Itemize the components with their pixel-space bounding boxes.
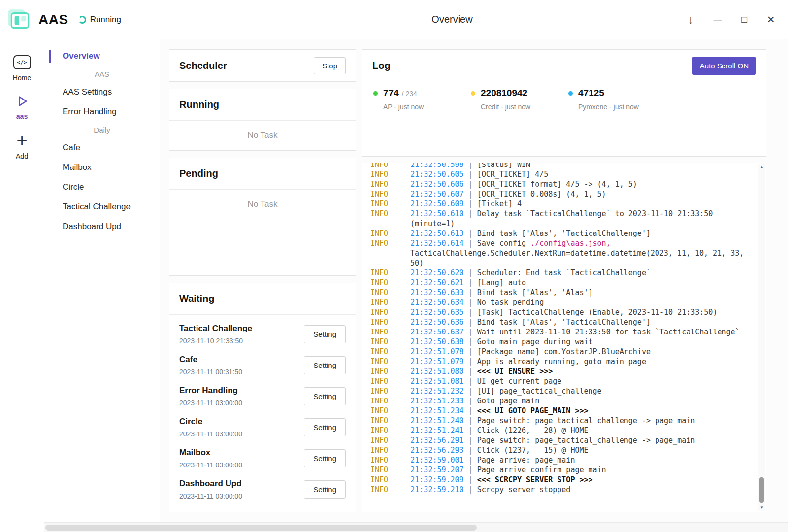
update-button[interactable]: ↓ xyxy=(678,8,704,31)
log-line: INFO 21:32:51.079 | App is already runni… xyxy=(370,357,746,366)
iconbar-item-home[interactable]: </>Home xyxy=(0,49,44,89)
stat-pyroxene: 47125Pyroxene - just now xyxy=(568,88,666,111)
task-setting-button[interactable]: Setting xyxy=(304,325,346,343)
log-line: INFO 21:32:50.620 | Scheduler: End task … xyxy=(370,268,746,278)
horizontal-scrollbar-thumb[interactable] xyxy=(45,525,477,531)
log-line: INFO 21:32:56.293 | Click (1237, 15) @ H… xyxy=(370,445,746,455)
sidebar-item-cafe[interactable]: Cafe xyxy=(44,138,160,158)
log-line: INFO 21:32:51.234 | <<< UI GOTO PAGE_MAI… xyxy=(370,406,746,416)
close-button[interactable]: × xyxy=(757,8,784,31)
sidebar-item-dashboard-upd[interactable]: Dashboard Upd xyxy=(44,217,160,236)
waiting-title: Waiting xyxy=(179,293,214,304)
task-name: Error Handling xyxy=(179,386,242,396)
log-scrollbar[interactable]: ▲ ▼ xyxy=(758,164,765,511)
log-separator: | xyxy=(464,436,477,445)
log-time: 21:32:50.605 xyxy=(410,170,463,179)
log-level: INFO xyxy=(370,180,410,189)
log-line: INFO 21:32:51.233 | Goto page_main xyxy=(370,396,746,406)
log-line: INFO 21:32:50.637 | Wait until 2023-11-1… xyxy=(370,327,746,337)
task-setting-button[interactable]: Setting xyxy=(304,449,346,467)
waiting-task-row: Circle2023-11-11 03:00:00Setting xyxy=(179,412,346,443)
log-message: [UI] page_tactical_challenge xyxy=(477,387,602,396)
log-time: 21:32:51.078 xyxy=(410,347,463,356)
iconbar-item-aas[interactable]: aas xyxy=(0,89,44,127)
log-level: INFO xyxy=(370,209,410,218)
log-level: INFO xyxy=(370,298,410,307)
log-message: Scrcpy server stopped xyxy=(477,485,571,494)
stop-button[interactable]: Stop xyxy=(314,57,346,74)
log-separator: | xyxy=(464,377,477,386)
sidebar-item-error-handling[interactable]: Error Handling xyxy=(44,102,160,122)
log-message: Page switch: page_tactical_challenge -> … xyxy=(477,416,695,425)
log-separator: | xyxy=(464,446,477,455)
scroll-down-arrow-icon[interactable]: ▼ xyxy=(760,505,764,510)
log-time: 21:32:56.293 xyxy=(410,446,463,455)
log-level: INFO xyxy=(370,387,410,396)
log-level: INFO xyxy=(370,328,410,336)
task-setting-button[interactable]: Setting xyxy=(304,480,346,499)
log-viewer: INFO 21:32:50.598 | [Status] WININFO 21:… xyxy=(362,163,766,512)
minimize-button[interactable]: — xyxy=(704,8,731,31)
sidebar-item-tactical-challenge[interactable]: Tactical Challenge xyxy=(44,197,160,217)
stat-dot-icon xyxy=(471,91,475,96)
task-info: Error Handling2023-11-11 03:00:00 xyxy=(179,386,242,407)
task-info: Circle2023-11-11 03:00:00 xyxy=(179,417,242,438)
window-controls: ↓ — □ × xyxy=(678,8,784,31)
log-message: Bind task ['Alas', 'TacticalChallenge'] xyxy=(477,318,651,327)
task-setting-button[interactable]: Setting xyxy=(304,387,346,405)
log-separator: | xyxy=(464,163,477,169)
maximize-button[interactable]: □ xyxy=(731,8,757,31)
log-separator: | xyxy=(464,337,477,346)
log-level: INFO xyxy=(370,278,410,287)
log-time: 21:32:50.621 xyxy=(410,278,463,287)
divider-line xyxy=(50,74,90,74)
content-row: OverviewAASAAS SettingsError HandlingDai… xyxy=(44,39,788,522)
task-name: Tactical Challenge xyxy=(179,324,252,333)
log-scrollbar-thumb[interactable] xyxy=(759,477,764,503)
log-header: Log Auto Scroll ON xyxy=(362,50,766,82)
log-line: INFO 21:32:59.209 | <<< SCRCPY SERVER ST… xyxy=(370,475,746,485)
task-setting-button[interactable]: Setting xyxy=(304,356,346,374)
log-line: INFO 21:32:50.635 | [Task] TacticalChall… xyxy=(370,307,746,317)
log-level: INFO xyxy=(370,485,410,494)
log-separator: | xyxy=(464,426,477,435)
log-message: Goto page_main xyxy=(477,397,539,405)
log-separator: | xyxy=(464,229,477,238)
log-separator: | xyxy=(464,406,477,415)
sidebar-item-circle[interactable]: Circle xyxy=(44,177,160,197)
log-separator: | xyxy=(464,180,477,189)
sidebar-item-aas-settings[interactable]: AAS Settings xyxy=(44,82,160,102)
log-separator: | xyxy=(464,456,477,465)
horizontal-scrollbar[interactable] xyxy=(44,522,788,532)
sidebar-item-overview[interactable]: Overview xyxy=(44,46,160,66)
waiting-card: Waiting Tactical Challenge2023-11-10 21:… xyxy=(169,283,356,512)
log-level: INFO xyxy=(370,318,410,327)
task-next-run-time: 2023-11-11 03:00:00 xyxy=(179,399,242,407)
sidebar-item-mailbox[interactable]: Mailbox xyxy=(44,158,160,177)
minimize-icon: — xyxy=(714,15,722,25)
stat-extra: / 234 xyxy=(402,90,417,98)
running-header: Running xyxy=(169,89,356,121)
code-window-icon: </> xyxy=(13,55,31,69)
log-separator: | xyxy=(464,278,477,287)
log-separator: | xyxy=(464,170,477,179)
waiting-task-list: Tactical Challenge2023-11-10 21:33:50Set… xyxy=(169,315,356,505)
auto-scroll-button[interactable]: Auto Scroll ON xyxy=(692,57,756,75)
stat-caption: Pyroxene - just now xyxy=(578,103,639,111)
scroll-up-arrow-icon[interactable]: ▲ xyxy=(760,165,764,169)
log-time: 21:32:50.598 xyxy=(410,163,463,169)
log-message: [Package_name] com.YostarJP.BlueArchive xyxy=(477,347,651,356)
running-title: Running xyxy=(179,99,219,110)
log-line: INFO 21:32:51.080 | <<< UI ENSURE >>> xyxy=(370,366,746,376)
task-setting-button[interactable]: Setting xyxy=(304,418,346,436)
iconbar-item-label: aas xyxy=(16,112,28,120)
log-separator: | xyxy=(464,416,477,425)
log-time: 21:32:50.613 xyxy=(410,229,463,238)
stat-value-row: 47125 xyxy=(578,88,639,99)
log-title: Log xyxy=(372,60,391,71)
task-next-run-time: 2023-11-10 21:33:50 xyxy=(179,337,252,345)
log-card: Log Auto Scroll ON 774/ 234AP - just now… xyxy=(362,49,766,157)
log-message: Bind task ['Alas', 'Alas'] xyxy=(477,288,593,297)
iconbar-item-add[interactable]: +Add xyxy=(0,127,44,167)
running-card: Running No Task xyxy=(169,89,356,151)
